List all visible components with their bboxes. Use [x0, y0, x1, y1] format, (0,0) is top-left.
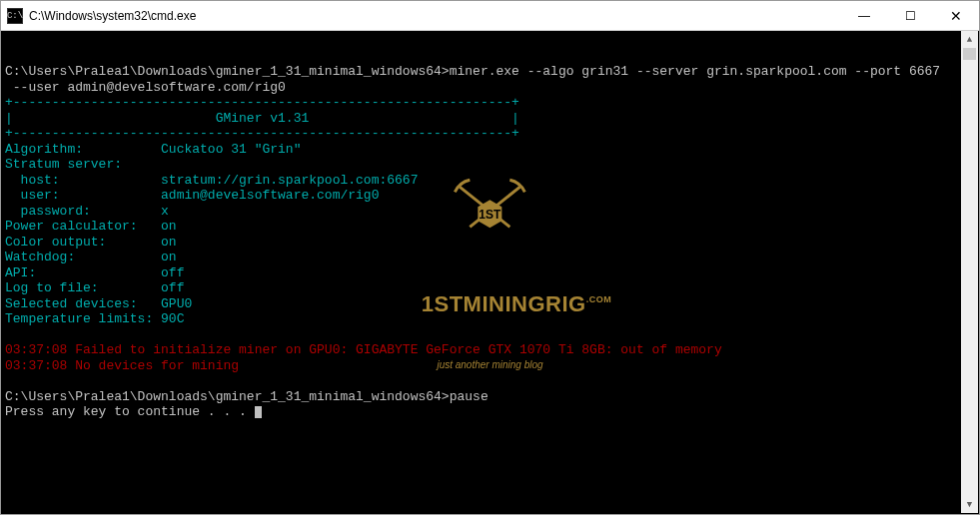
watermark-title: 1STMININGRIG.COM: [369, 276, 611, 326]
spacer: [5, 327, 13, 342]
spacer: [5, 373, 13, 388]
scroll-up-arrow-icon[interactable]: ▲: [961, 31, 978, 48]
box-bottom: +---------------------------------------…: [5, 126, 519, 141]
info-devices: Selected devices: GPU0: [5, 296, 192, 311]
info-password: password: x: [5, 204, 169, 219]
scroll-thumb[interactable]: [963, 48, 976, 60]
prompt-line-1: C:\Users\Pralea1\Downloads\gminer_1_31_m…: [5, 64, 940, 79]
vertical-scrollbar[interactable]: ▲ ▼: [961, 31, 978, 513]
svg-text:1ST: 1ST: [479, 208, 501, 222]
error-line-2: 03:37:08 No devices for mining: [5, 358, 239, 373]
info-user: user: admin@develsoftware.com/rig0: [5, 188, 379, 203]
info-host: host: stratum://grin.sparkpool.com:6667: [5, 173, 418, 188]
info-watchdog: Watchdog: on: [5, 250, 177, 264]
titlebar[interactable]: C:\ C:\Windows\system32\cmd.exe — ☐ ✕: [1, 1, 979, 31]
pause-prompt: C:\Users\Pralea1\Downloads\gminer_1_31_m…: [5, 389, 489, 404]
cursor: [255, 406, 262, 418]
info-temp: Temperature limits: 90C: [5, 311, 184, 326]
window-controls: — ☐ ✕: [841, 1, 979, 30]
info-algorithm: Algorithm: Cuckatoo 31 "Grin": [5, 142, 301, 157]
terminal-output[interactable]: C:\Users\Pralea1\Downloads\gminer_1_31_m…: [1, 31, 979, 514]
window-title: C:\Windows\system32\cmd.exe: [29, 9, 841, 23]
info-power: Power calculator: on: [5, 219, 177, 234]
maximize-button[interactable]: ☐: [887, 1, 933, 30]
blank-line: [5, 49, 13, 64]
box-title: | GMiner v1.31 |: [5, 111, 519, 126]
box-top: +---------------------------------------…: [5, 95, 519, 110]
pickaxe-icon: 1ST: [451, 172, 530, 242]
watermark-subtitle: just another mining blog: [369, 357, 611, 373]
svg-marker-2: [479, 200, 502, 228]
svg-line-0: [461, 187, 510, 227]
cmd-icon: C:\: [7, 8, 23, 24]
info-log: Log to file: off: [5, 280, 184, 295]
info-color: Color output: on: [5, 235, 177, 250]
press-any-key: Press any key to continue . . .: [5, 404, 262, 419]
close-button[interactable]: ✕: [933, 1, 979, 30]
error-line-1: 03:37:08 Failed to initialize miner on G…: [5, 342, 722, 357]
cmd-window: C:\ C:\Windows\system32\cmd.exe — ☐ ✕ C:…: [0, 0, 980, 515]
svg-line-1: [471, 187, 520, 227]
scroll-down-arrow-icon[interactable]: ▼: [961, 496, 978, 513]
prompt-line-2: --user admin@develsoftware.com/rig0: [5, 80, 286, 95]
minimize-button[interactable]: —: [841, 1, 887, 30]
info-api: API: off: [5, 265, 184, 280]
info-stratum: Stratum server:: [5, 157, 122, 172]
